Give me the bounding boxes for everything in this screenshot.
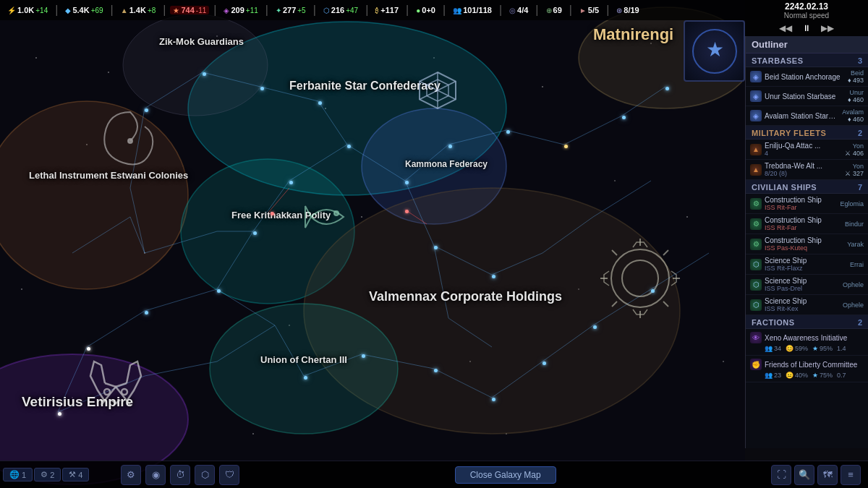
starbase-info: Unur Station Starbase <box>765 93 845 100</box>
starbase-right: Beid ♦ 493 <box>848 69 864 84</box>
map-star[interactable] <box>564 145 568 148</box>
faction-stat-support: ★ 75% <box>812 372 833 379</box>
ship-icon: ⚙ <box>750 239 762 250</box>
ship-icon: ⚙ <box>750 218 762 230</box>
map-star[interactable] <box>506 130 510 134</box>
map-label-union: Union of Chertan III <box>260 354 347 365</box>
svg-point-69 <box>122 389 127 395</box>
ship-icon: ⬡ <box>750 279 762 291</box>
map-star[interactable] <box>622 116 626 119</box>
map-star[interactable] <box>304 376 307 380</box>
zoom-in-button[interactable]: 🔍 <box>794 465 814 485</box>
svg-line-42 <box>542 217 593 253</box>
svg-line-24 <box>289 145 347 181</box>
galaxy-view-button[interactable]: ◉ <box>145 465 166 485</box>
ship-icon: ⬡ <box>750 299 762 311</box>
svg-line-48 <box>72 217 130 253</box>
faction-item-xeno[interactable]: 👁 Xeno Awareness Initiative 👥 34 😊 59% ★… <box>746 329 868 356</box>
speed-down-button[interactable]: ◀◀ <box>776 22 795 35</box>
military-fleets-label: Military Fleets <box>752 129 826 137</box>
map-star[interactable] <box>665 87 669 90</box>
map-star[interactable] <box>448 145 452 148</box>
map-star[interactable] <box>347 145 351 148</box>
map-star[interactable] <box>542 361 546 365</box>
faction-name-xeno: Xeno Awareness Initiative <box>765 334 847 342</box>
map-star[interactable] <box>405 181 409 184</box>
ship-item-science-2[interactable]: ⬡ Science Ship ISS Pas-Drel Ophele <box>746 275 868 295</box>
starbase-item-unur[interactable]: ◈ Unur Station Starbase Unur ♦ 460 <box>746 87 868 106</box>
map-star[interactable] <box>492 398 495 401</box>
map-star[interactable] <box>651 289 655 293</box>
faction-item-liberty[interactable]: ✊ Friends of Liberty Committee 👥 23 😐 40… <box>746 356 868 382</box>
map-star[interactable] <box>593 325 597 329</box>
section-factions[interactable]: Factions 2 <box>746 315 868 329</box>
map-star[interactable] <box>289 181 293 184</box>
pause-button[interactable]: ⏸ <box>799 22 814 35</box>
map-star[interactable] <box>145 311 148 314</box>
fleet-item-trebdna[interactable]: ▲ Trebdna-We Alt ... 8/20 (8) Yon ⚔ 327 <box>746 160 868 180</box>
map-star[interactable] <box>492 275 495 278</box>
resource-systems: ◎ 4/4 <box>506 6 531 14</box>
map-star-alert[interactable] <box>405 210 409 213</box>
quick-tabs: 🌐 1 ⚙ 2 ⚒ 4 <box>0 468 92 481</box>
resource-planets: ⊕ 69 <box>543 6 565 14</box>
svg-line-30 <box>622 87 665 116</box>
svg-line-18 <box>492 361 542 398</box>
svg-line-26 <box>405 145 448 181</box>
quick-tab-hammer[interactable]: ⚒ 4 <box>62 468 89 481</box>
outliner-header: Outliner <box>746 36 868 53</box>
starbase-info: Beid Station Anchorage <box>765 73 845 81</box>
map-star[interactable] <box>87 347 90 351</box>
starbase-right: Avalam ♦ 460 <box>842 108 864 123</box>
speed-button[interactable]: ⏱ <box>170 465 190 485</box>
ship-icon: ⬡ <box>750 259 762 270</box>
map-star[interactable] <box>362 354 365 358</box>
section-civilian-ships[interactable]: Civilian Ships 7 <box>746 180 868 194</box>
faction-stat-pop: 👥 23 <box>765 372 781 379</box>
ship-item-science-3[interactable]: ⬡ Science Ship ISS Rit-Kex Ophele <box>746 295 868 315</box>
map-star[interactable] <box>58 412 61 416</box>
starbase-item-avalam[interactable]: ◈ Avalam Station Starbase Avalam ♦ 460 <box>746 106 868 126</box>
close-btn-container: Close Galaxy Map <box>247 466 764 484</box>
speed-up-button[interactable]: ▶▶ <box>818 22 837 35</box>
factions-label: Factions <box>752 318 795 327</box>
menu-button[interactable]: ≡ <box>841 465 861 485</box>
starbase-item-beid[interactable]: ◈ Beid Station Anchorage Beid ♦ 493 <box>746 67 868 87</box>
minimap-button[interactable]: 🗺 <box>817 465 838 485</box>
screen-fit-button[interactable]: ⛶ <box>771 465 791 485</box>
resource-starbases: ⊛ 8/19 <box>613 6 642 14</box>
map-star[interactable] <box>318 101 322 105</box>
shield-button[interactable]: 🛡 <box>219 465 239 485</box>
quick-tab-gear[interactable]: ⚙ 2 <box>34 468 61 481</box>
fleet-item-enilju[interactable]: ▲ Enilju-Qa Attac ... 4 Yon ⚔ 406 <box>746 140 868 160</box>
svg-line-22 <box>217 231 253 289</box>
energy-delta: +14 <box>35 7 48 14</box>
map-settings-button[interactable]: ⚙ <box>121 465 141 485</box>
military-fleets-count: 2 <box>858 129 862 137</box>
map-star[interactable] <box>434 246 438 249</box>
ship-item-construction-1[interactable]: ⚙ Construction Ship ISS Rit-Far Eglomia <box>746 194 868 214</box>
ship-item-construction-2[interactable]: ⚙ Construction Ship ISS Rit-Far Bindur <box>746 214 868 234</box>
resource-pops: 👥 101/118 <box>450 6 495 14</box>
map-star[interactable] <box>260 87 264 90</box>
close-galaxy-button[interactable]: Close Galaxy Map <box>455 466 556 484</box>
map-star[interactable] <box>434 369 438 372</box>
svg-line-40 <box>434 246 492 275</box>
section-military-fleets[interactable]: Military Fleets 2 <box>746 126 868 140</box>
map-star[interactable] <box>253 231 257 235</box>
svg-line-25 <box>347 145 405 181</box>
empire-avatar[interactable]: ★ <box>684 20 745 82</box>
filter-button[interactable]: ⬡ <box>195 465 215 485</box>
starbase-name: Beid Station Anchorage <box>765 73 845 81</box>
ship-item-construction-3[interactable]: ⚙ Construction Ship ISS Pas-Kuteq Yarak <box>746 234 868 254</box>
play-controls[interactable]: ◀◀ ⏸ ▶▶ <box>745 20 868 36</box>
map-star[interactable] <box>203 72 206 76</box>
ship-item-science-1[interactable]: ⬡ Science Ship ISS Rit-Flaxz Errai <box>746 254 868 275</box>
map-star[interactable] <box>217 289 221 293</box>
map-star[interactable] <box>145 108 148 112</box>
quick-tab-globe[interactable]: 🌐 1 <box>3 468 33 481</box>
map-star-alert[interactable] <box>271 212 274 215</box>
svg-line-50 <box>268 188 289 213</box>
galaxy-map[interactable]: Zik-Mok Guardians Ferbanite Star Confede… <box>0 0 745 488</box>
section-starbases[interactable]: Starbases 3 <box>746 53 868 67</box>
